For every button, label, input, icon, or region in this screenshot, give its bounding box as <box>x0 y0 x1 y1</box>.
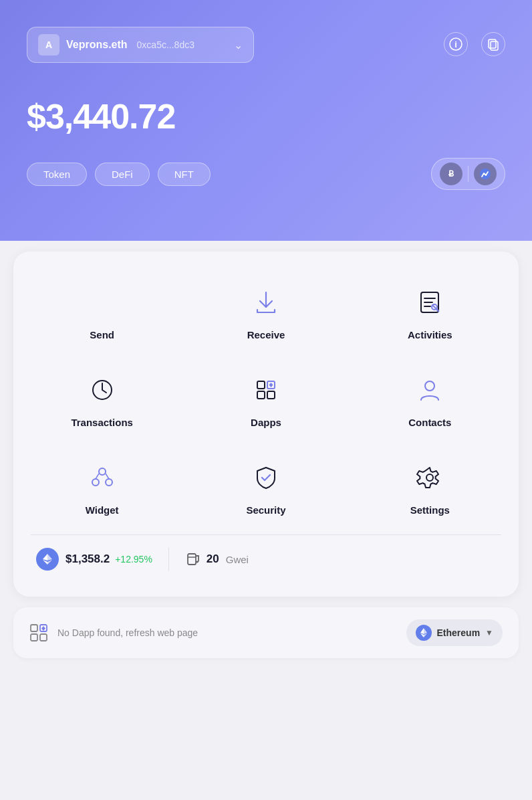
activities-button[interactable]: Activities <box>348 272 512 359</box>
wallet-name: Veprons.eth <box>66 39 128 51</box>
svg-rect-33 <box>31 625 37 631</box>
gas-unit: Gwei <box>226 554 249 565</box>
settings-label: Settings <box>410 504 450 516</box>
info-button[interactable]: i <box>444 32 468 56</box>
svg-text:Ƀ: Ƀ <box>448 169 454 179</box>
svg-line-24 <box>106 474 109 479</box>
dapp-bar: No Dapp found, refresh web page Ethereum… <box>13 607 519 658</box>
send-icon <box>85 285 120 320</box>
transactions-label: Transactions <box>71 417 133 428</box>
settings-button[interactable]: Settings <box>348 447 512 534</box>
wallet-address-short: 0xca5c...8dc3 <box>137 39 194 50</box>
dapps-button[interactable]: Dapps <box>184 359 348 447</box>
svg-rect-17 <box>257 391 265 399</box>
receive-label: Receive <box>247 329 285 340</box>
svg-text:i: i <box>454 39 457 49</box>
activities-icon <box>412 285 447 320</box>
svg-rect-36 <box>40 634 47 641</box>
svg-rect-35 <box>31 634 37 641</box>
dapps-icon <box>249 373 283 407</box>
dapp-grid-icon <box>29 623 48 642</box>
header-icons: i <box>444 32 505 56</box>
network-dropdown-arrow-icon: ▼ <box>485 628 493 637</box>
eth-logo <box>36 548 59 571</box>
network-icon-chart <box>474 163 497 185</box>
svg-rect-3 <box>489 39 496 48</box>
svg-point-22 <box>106 479 112 486</box>
ticker-row: $1,358.2 +12.95% 20 Gwei <box>20 535 512 583</box>
network-icon-b: Ƀ <box>440 163 462 185</box>
svg-rect-15 <box>257 381 265 389</box>
svg-marker-26 <box>47 554 52 561</box>
security-button[interactable]: Security <box>184 447 348 534</box>
widget-icon <box>85 460 120 495</box>
svg-marker-29 <box>43 560 47 565</box>
activities-label: Activities <box>408 329 452 340</box>
network-select-button[interactable]: Ethereum ▼ <box>406 619 503 646</box>
tab-nft[interactable]: NFT <box>158 163 211 186</box>
network-icons-group[interactable]: Ƀ <box>431 158 505 190</box>
svg-rect-30 <box>188 554 196 565</box>
dapps-label: Dapps <box>251 417 281 428</box>
ticker-divider <box>168 547 169 571</box>
svg-rect-18 <box>267 391 275 399</box>
svg-point-25 <box>426 474 433 481</box>
transactions-icon <box>85 373 120 407</box>
send-label: Send <box>90 329 114 340</box>
contacts-button[interactable]: Contacts <box>348 359 512 447</box>
network-label: Ethereum <box>437 627 481 638</box>
svg-point-21 <box>92 479 99 486</box>
svg-marker-40 <box>420 633 424 637</box>
tab-token[interactable]: Token <box>27 163 87 186</box>
gas-value: 20 <box>207 553 219 566</box>
balance-display: $3,440.72 <box>27 96 505 136</box>
svg-marker-38 <box>420 628 424 634</box>
svg-point-20 <box>99 468 106 475</box>
address-chevron-icon[interactable]: ⌄ <box>234 39 243 52</box>
eth-change: +12.95% <box>115 554 152 565</box>
widget-label: Widget <box>86 504 119 516</box>
settings-icon <box>412 460 447 495</box>
network-icon-divider <box>468 166 469 182</box>
tab-defi[interactable]: DeFi <box>95 163 150 186</box>
svg-marker-28 <box>47 560 52 565</box>
eth-price: $1,358.2 <box>65 553 110 566</box>
wallet-avatar: A <box>38 34 59 56</box>
gas-icon <box>185 551 201 567</box>
svg-marker-39 <box>424 633 427 637</box>
widget-button[interactable]: Widget <box>20 447 184 534</box>
header: A Veprons.eth 0xca5c...8dc3 ⌄ i $3,440.7… <box>0 0 532 241</box>
copy-button[interactable] <box>481 32 505 56</box>
svg-point-19 <box>425 381 434 391</box>
send-button[interactable]: Send <box>20 272 184 359</box>
contacts-icon <box>412 373 447 407</box>
security-icon <box>249 460 283 495</box>
action-grid: Send Receive <box>20 272 512 534</box>
tab-row: Token DeFi NFT Ƀ <box>27 158 505 190</box>
network-select-eth-icon <box>416 625 432 641</box>
svg-marker-27 <box>43 554 47 561</box>
gas-section: 20 Gwei <box>185 551 249 567</box>
svg-marker-37 <box>424 628 427 634</box>
contacts-label: Contacts <box>408 417 451 428</box>
transactions-button[interactable]: Transactions <box>20 359 184 447</box>
address-bar[interactable]: A Veprons.eth 0xca5c...8dc3 ⌄ <box>27 27 254 63</box>
dapp-message: No Dapp found, refresh web page <box>57 627 397 638</box>
receive-icon <box>249 285 283 320</box>
svg-point-32 <box>196 561 198 563</box>
svg-line-23 <box>96 474 99 479</box>
main-card: Send Receive <box>13 252 519 597</box>
security-label: Security <box>246 504 285 516</box>
receive-button[interactable]: Receive <box>184 272 348 359</box>
